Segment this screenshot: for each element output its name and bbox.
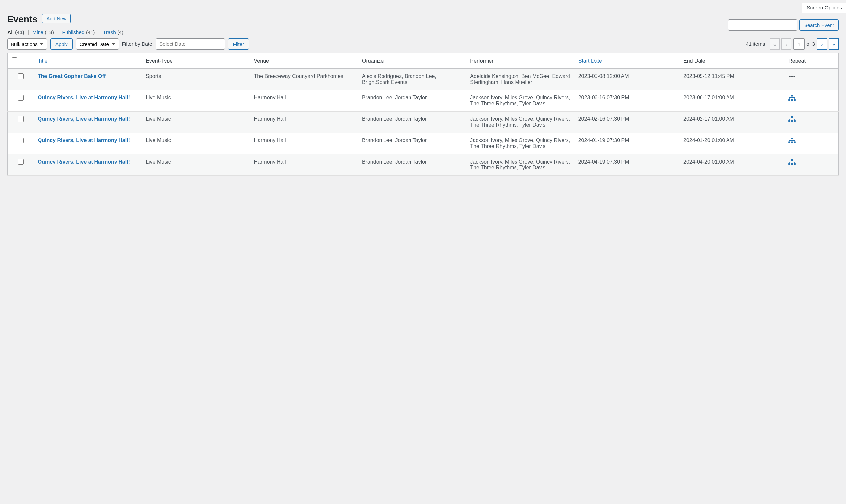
- cell-event-type: Sports: [142, 69, 250, 90]
- event-title-link[interactable]: Quincy Rivers, Live at Harmony Hall!: [38, 116, 130, 122]
- event-title-link[interactable]: Quincy Rivers, Live at Harmony Hall!: [38, 159, 130, 164]
- next-page-button[interactable]: ›: [817, 38, 827, 50]
- svg-rect-6: [791, 121, 793, 122]
- cell-repeat: ----: [785, 69, 839, 90]
- cell-performer: Jackson Ivory, Miles Grove, Quincy River…: [466, 90, 574, 111]
- filter-trash-count: (4): [117, 29, 123, 35]
- row-checkbox[interactable]: [18, 116, 24, 122]
- apply-button[interactable]: Apply: [50, 38, 73, 50]
- last-page-button[interactable]: »: [829, 38, 839, 50]
- filter-trash[interactable]: Trash (4): [103, 29, 123, 35]
- svg-rect-5: [788, 121, 790, 122]
- table-row: The Great Gopher Bake OffSportsThe Breez…: [7, 69, 839, 90]
- select-date-input[interactable]: [156, 38, 225, 50]
- svg-rect-14: [791, 163, 793, 165]
- cell-performer: Jackson Ivory, Miles Grove, Quincy River…: [466, 154, 574, 176]
- filter-all[interactable]: All (41): [7, 29, 24, 35]
- row-title-cell: Quincy Rivers, Live at Harmony Hall!: [34, 90, 142, 111]
- svg-rect-10: [791, 142, 793, 143]
- prev-page-button[interactable]: ‹: [781, 38, 791, 50]
- row-checkbox[interactable]: [18, 73, 24, 79]
- filter-all-count: (41): [15, 29, 24, 35]
- svg-rect-12: [791, 159, 793, 161]
- pages-total: of 3: [807, 41, 815, 47]
- select-all-header: [7, 53, 34, 69]
- search-input[interactable]: [728, 19, 797, 31]
- svg-rect-8: [791, 138, 793, 139]
- cell-event-type: Live Music: [142, 154, 250, 176]
- cell-event-type: Live Music: [142, 90, 250, 111]
- table-row: Quincy Rivers, Live at Harmony Hall!Live…: [7, 90, 839, 111]
- svg-rect-3: [794, 99, 796, 101]
- column-venue: Venue: [250, 53, 358, 69]
- filter-button[interactable]: Filter: [228, 38, 249, 50]
- cell-venue: Harmony Hall: [250, 154, 358, 176]
- column-start-date[interactable]: Start Date: [575, 53, 680, 69]
- row-title-cell: Quincy Rivers, Live at Harmony Hall!: [34, 154, 142, 176]
- cell-end-date: 2023-05-12 11:45 PM: [680, 69, 785, 90]
- table-row: Quincy Rivers, Live at Harmony Hall!Live…: [7, 111, 839, 133]
- cell-end-date: 2023-06-17 01:00 AM: [680, 90, 785, 111]
- svg-rect-7: [794, 121, 796, 122]
- sitemap-icon: [788, 138, 796, 143]
- cell-repeat: [785, 111, 839, 133]
- cell-repeat: [785, 90, 839, 111]
- first-page-button[interactable]: «: [770, 38, 779, 50]
- column-performer: Performer: [466, 53, 574, 69]
- screen-options-label: Screen Options: [807, 5, 842, 11]
- column-event-type: Event-Type: [142, 53, 250, 69]
- svg-rect-13: [788, 163, 790, 165]
- cell-performer: Jackson Ivory, Miles Grove, Quincy River…: [466, 133, 574, 154]
- filter-published[interactable]: Published (41): [62, 29, 95, 35]
- created-date-select[interactable]: Created Date: [76, 38, 119, 50]
- cell-event-type: Live Music: [142, 111, 250, 133]
- cell-start-date: 2024-01-19 07:30 PM: [575, 133, 680, 154]
- separator: |: [26, 29, 31, 35]
- current-page-input[interactable]: [793, 38, 805, 50]
- cell-venue: Harmony Hall: [250, 111, 358, 133]
- bulk-actions-select[interactable]: Bulk actions: [7, 38, 47, 50]
- row-checkbox[interactable]: [18, 159, 24, 165]
- event-title-link[interactable]: Quincy Rivers, Live at Harmony Hall!: [38, 138, 130, 143]
- caret-down-icon: ▼: [845, 5, 846, 10]
- screen-options-toggle[interactable]: Screen Options ▼: [802, 3, 846, 13]
- column-organizer: Organizer: [358, 53, 466, 69]
- cell-organizer: Alexis Rodriguez, Brandon Lee, BrightSpa…: [358, 69, 466, 90]
- cell-venue: Harmony Hall: [250, 90, 358, 111]
- cell-end-date: 2024-04-20 01:00 AM: [680, 154, 785, 176]
- row-check-cell: [7, 154, 34, 176]
- sitemap-icon: [788, 159, 796, 165]
- cell-venue: Harmony Hall: [250, 133, 358, 154]
- table-row: Quincy Rivers, Live at Harmony Hall!Live…: [7, 133, 839, 154]
- cell-organizer: Brandon Lee, Jordan Taylor: [358, 154, 466, 176]
- filter-mine[interactable]: Mine (13): [32, 29, 54, 35]
- separator: |: [55, 29, 60, 35]
- select-all-checkbox[interactable]: [12, 57, 17, 63]
- row-checkbox[interactable]: [18, 138, 24, 143]
- add-new-button[interactable]: Add New: [42, 14, 71, 23]
- cell-start-date: 2024-04-19 07:30 PM: [575, 154, 680, 176]
- svg-rect-1: [788, 99, 790, 101]
- row-title-cell: The Great Gopher Bake Off: [34, 69, 142, 90]
- cell-repeat: [785, 154, 839, 176]
- column-title[interactable]: Title: [34, 53, 142, 69]
- sitemap-icon: [788, 116, 796, 122]
- filter-by-date-label: Filter by Date: [122, 41, 153, 47]
- row-checkbox[interactable]: [18, 95, 24, 101]
- svg-rect-2: [791, 99, 793, 101]
- sitemap-icon: [788, 95, 796, 101]
- row-check-cell: [7, 69, 34, 90]
- cell-venue: The Breezeway Courtyard Parkhomes: [250, 69, 358, 90]
- row-check-cell: [7, 133, 34, 154]
- row-title-cell: Quincy Rivers, Live at Harmony Hall!: [34, 133, 142, 154]
- filter-mine-count: (13): [45, 29, 54, 35]
- cell-start-date: 2023-05-08 12:00 AM: [575, 69, 680, 90]
- event-title-link[interactable]: The Great Gopher Bake Off: [38, 73, 106, 79]
- cell-organizer: Brandon Lee, Jordan Taylor: [358, 111, 466, 133]
- cell-start-date: 2023-06-16 07:30 PM: [575, 90, 680, 111]
- event-title-link[interactable]: Quincy Rivers, Live at Harmony Hall!: [38, 95, 130, 100]
- cell-event-type: Live Music: [142, 133, 250, 154]
- svg-rect-0: [791, 95, 793, 96]
- search-event-button[interactable]: Search Event: [799, 19, 839, 31]
- filter-mine-label: Mine: [32, 29, 43, 35]
